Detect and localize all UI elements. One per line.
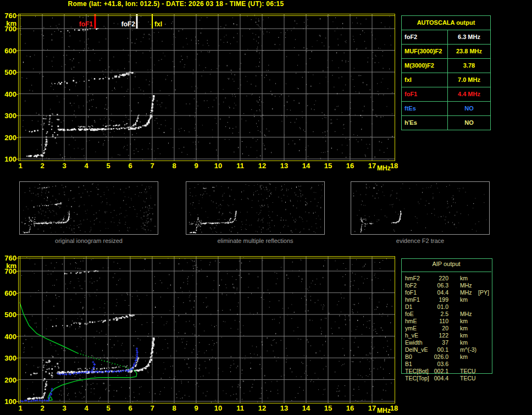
- row-label: fxI: [402, 73, 447, 87]
- x-tick-label: 1: [14, 162, 27, 169]
- y-tick-label: 760: [0, 12, 16, 19]
- x-tick-label: 8: [168, 162, 181, 169]
- aip-row: hmF1199km: [405, 296, 492, 303]
- y-axis-tick: [16, 293, 18, 294]
- y-axis-tick: [16, 271, 18, 272]
- x-axis-unit-label: MHz: [377, 407, 391, 414]
- x-tick-label: 2: [36, 162, 49, 169]
- aip-row: Ewidth37km: [405, 339, 492, 346]
- x-tick-label: 12: [256, 162, 269, 169]
- y-tick-label: 600: [0, 47, 16, 54]
- y-axis-tick: [16, 159, 18, 159]
- report-title: Rome (lat: +41.8, lon: 012.5) - DATE: 20…: [0, 0, 352, 8]
- aip-row: TEC[Bot]002.1TECU: [405, 368, 492, 375]
- aip-title-separator: [401, 272, 491, 272]
- x-tick-label: 13: [278, 162, 291, 169]
- y-axis-tick: [16, 15, 18, 16]
- x-tick-label: 10: [212, 162, 225, 169]
- row-label: MUF(3000)F2: [402, 45, 447, 59]
- row-value: NO: [447, 102, 490, 116]
- y-tick-label: 200: [0, 377, 16, 384]
- aip-row: DelN_vE00.1m^(-3): [405, 346, 492, 353]
- thumbnail-evidence-f2-trace: [351, 181, 490, 235]
- autoscala-panel-title: AUTOSCALA output: [402, 16, 490, 30]
- y-axis-tick: [16, 94, 18, 95]
- x-tick-label: 12: [256, 405, 269, 412]
- row-value: 3.78: [447, 59, 490, 73]
- aip-row: foE2.5MHz: [405, 311, 492, 318]
- aip-row: ymE20km: [405, 325, 492, 332]
- ionogram-canvas: [18, 256, 395, 403]
- aip-row: foF104.4MHz[PY]: [405, 289, 492, 296]
- x-tick-label: 14: [300, 405, 313, 412]
- x-tick-label: 2: [36, 405, 49, 412]
- x-tick-label: 16: [343, 162, 357, 169]
- y-axis-tick: [16, 51, 18, 51]
- y-tick-label: 300: [0, 355, 16, 362]
- x-tick-label: 11: [234, 162, 247, 169]
- y-axis-unit-label: km: [0, 262, 16, 269]
- x-tick-label: 15: [322, 162, 335, 169]
- aip-panel-title: AIP output: [401, 261, 491, 267]
- x-tick-label: 5: [102, 405, 115, 412]
- aip-row: hmE110km: [405, 318, 492, 325]
- x-tick-label: 3: [58, 405, 71, 412]
- autoscala-output-panel: AUTOSCALA output foF2 6.3 MHz MUF(3000)F…: [401, 15, 491, 130]
- x-tick-label: 9: [190, 405, 203, 412]
- row-label: ftEs: [402, 102, 447, 116]
- row-value: NO: [447, 116, 490, 130]
- x-tick-label: 9: [190, 162, 203, 169]
- fof2-marker-label: foF2: [115, 21, 135, 27]
- y-tick-label: 300: [0, 112, 16, 119]
- y-axis-tick: [16, 72, 18, 73]
- x-tick-label: 5: [102, 162, 115, 169]
- y-tick-label: 500: [0, 311, 16, 318]
- thumbnail-caption: evidence F2 trace: [351, 237, 490, 244]
- aip-output-panel: AIP output hmF2220km foF206.3MHz foF104.…: [401, 258, 492, 386]
- x-tick-label: 16: [343, 405, 357, 412]
- ionogram-plot-autoscala: [18, 14, 395, 161]
- ionogram-canvas: [18, 14, 395, 161]
- row-value: 7.0 MHz: [447, 73, 490, 87]
- autoscala-app-window: { "title": "Rome (lat: +41.8, lon: 012.5…: [0, 0, 532, 415]
- thumbnail-canvas: [186, 182, 324, 234]
- thumbnail-caption: eliminate multiple reflections: [186, 237, 325, 244]
- x-tick-label: 15: [322, 405, 335, 412]
- row-value: 4.4 MHz: [447, 87, 490, 102]
- aip-row: foF206.3MHz: [405, 282, 492, 289]
- x-tick-label: 4: [80, 162, 93, 169]
- y-axis-tick: [16, 358, 18, 358]
- row-label: foF1: [402, 87, 447, 102]
- y-tick-label: 760: [0, 254, 16, 262]
- x-tick-label: 6: [124, 162, 137, 169]
- x-tick-label: 13: [278, 405, 291, 412]
- x-tick-label: 1: [14, 405, 27, 412]
- row-label: foF2: [402, 30, 447, 45]
- aip-row: hmF2220km: [405, 275, 492, 282]
- aip-row: B0026.0km: [405, 353, 492, 361]
- aip-rows: hmF2220km foF206.3MHz foF104.4MHz[PY] hm…: [405, 275, 492, 382]
- y-axis-tick: [16, 336, 18, 337]
- y-axis-tick: [16, 401, 18, 402]
- thumbnail-canvas: [351, 182, 489, 234]
- x-tick-label: 3: [58, 162, 71, 169]
- x-tick-label: 6: [124, 405, 137, 412]
- thumbnail-eliminate-reflections: [186, 181, 325, 235]
- row-value: 23.8 MHz: [447, 45, 490, 59]
- y-axis-tick: [16, 137, 18, 138]
- row-value: 6.3 MHz: [447, 30, 490, 45]
- aip-row: TEC[Top]004.4TECU: [405, 375, 492, 382]
- fof1-marker-label: foF1: [73, 21, 93, 27]
- y-tick-label: 500: [0, 69, 16, 76]
- x-tick-label: 7: [146, 162, 159, 169]
- row-label: h'Es: [402, 116, 447, 130]
- y-axis-tick: [16, 29, 18, 29]
- y-tick-label: 200: [0, 134, 16, 141]
- y-tick-label: 400: [0, 91, 16, 98]
- y-axis-tick: [16, 380, 18, 380]
- aip-row: h_vE122km: [405, 332, 492, 339]
- fxi-marker-label: fxI: [154, 21, 174, 27]
- y-tick-label: 400: [0, 333, 16, 340]
- y-axis-tick: [16, 258, 18, 258]
- thumbnail-caption: original ionogram resized: [19, 237, 158, 244]
